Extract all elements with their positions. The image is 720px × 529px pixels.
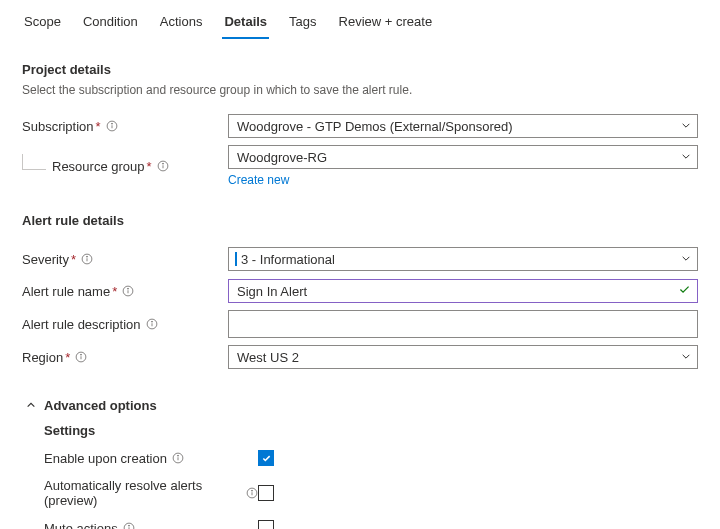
required-marker: *	[147, 159, 152, 174]
tab-bar: Scope Condition Actions Details Tags Rev…	[22, 8, 698, 40]
indent-connector	[22, 154, 46, 170]
valid-check-icon	[678, 283, 691, 299]
required-marker: *	[65, 350, 70, 365]
svg-point-5	[162, 163, 163, 164]
info-icon[interactable]	[123, 522, 135, 529]
alert-rule-desc-input[interactable]	[228, 310, 698, 338]
info-icon[interactable]	[146, 318, 158, 330]
tab-review[interactable]: Review + create	[337, 8, 435, 39]
svg-point-8	[87, 256, 88, 257]
info-icon[interactable]	[81, 253, 93, 265]
subscription-select[interactable]: Woodgrove - GTP Demos (External/Sponsore…	[228, 114, 698, 138]
alert-rule-details-title: Alert rule details	[22, 213, 698, 228]
subscription-label: Subscription	[22, 119, 94, 134]
mute-actions-checkbox[interactable]	[258, 520, 274, 529]
severity-select[interactable]: 3 - Informational	[228, 247, 698, 271]
info-icon[interactable]	[157, 160, 169, 172]
svg-point-23	[252, 490, 253, 491]
severity-label: Severity	[22, 252, 69, 267]
svg-point-2	[111, 123, 112, 124]
resource-group-select[interactable]: Woodgrove-RG	[228, 145, 698, 169]
advanced-options-toggle[interactable]: Advanced options	[26, 398, 698, 413]
chevron-down-icon	[681, 150, 691, 165]
enable-upon-creation-checkbox[interactable]	[258, 450, 274, 466]
chevron-down-icon	[681, 252, 691, 267]
required-marker: *	[71, 252, 76, 267]
settings-title: Settings	[44, 423, 698, 438]
create-new-link[interactable]: Create new	[228, 173, 289, 187]
resource-group-label: Resource group	[52, 159, 145, 174]
enable-upon-creation-label: Enable upon creation	[44, 451, 167, 466]
project-details-title: Project details	[22, 62, 698, 77]
project-details-sub: Select the subscription and resource gro…	[22, 83, 698, 97]
region-label: Region	[22, 350, 63, 365]
alert-rule-name-input[interactable]: Sign In Alert	[228, 279, 698, 303]
info-icon[interactable]	[75, 351, 87, 363]
tab-condition[interactable]: Condition	[81, 8, 140, 39]
chevron-up-icon	[26, 398, 36, 413]
svg-point-11	[128, 288, 129, 289]
tab-tags[interactable]: Tags	[287, 8, 318, 39]
severity-color-bar	[235, 252, 237, 266]
alert-rule-desc-label: Alert rule description	[22, 317, 141, 332]
advanced-options-label: Advanced options	[44, 398, 157, 413]
required-marker: *	[96, 119, 101, 134]
auto-resolve-label: Automatically resolve alerts (preview)	[44, 478, 241, 508]
chevron-down-icon	[681, 350, 691, 365]
svg-point-14	[151, 321, 152, 322]
chevron-down-icon	[681, 119, 691, 134]
alert-rule-name-value: Sign In Alert	[237, 284, 307, 299]
region-value: West US 2	[237, 350, 299, 365]
svg-point-17	[81, 354, 82, 355]
tab-actions[interactable]: Actions	[158, 8, 205, 39]
mute-actions-label: Mute actions	[44, 521, 118, 530]
severity-value: 3 - Informational	[241, 252, 335, 267]
resource-group-value: Woodgrove-RG	[237, 150, 327, 165]
info-icon[interactable]	[172, 452, 184, 464]
alert-rule-name-label: Alert rule name	[22, 284, 110, 299]
region-select[interactable]: West US 2	[228, 345, 698, 369]
info-icon[interactable]	[246, 487, 258, 499]
info-icon[interactable]	[122, 285, 134, 297]
required-marker: *	[112, 284, 117, 299]
svg-point-20	[177, 455, 178, 456]
info-icon[interactable]	[106, 120, 118, 132]
tab-scope[interactable]: Scope	[22, 8, 63, 39]
tab-details[interactable]: Details	[222, 8, 269, 39]
svg-point-26	[128, 525, 129, 526]
subscription-value: Woodgrove - GTP Demos (External/Sponsore…	[237, 119, 513, 134]
auto-resolve-checkbox[interactable]	[258, 485, 274, 501]
